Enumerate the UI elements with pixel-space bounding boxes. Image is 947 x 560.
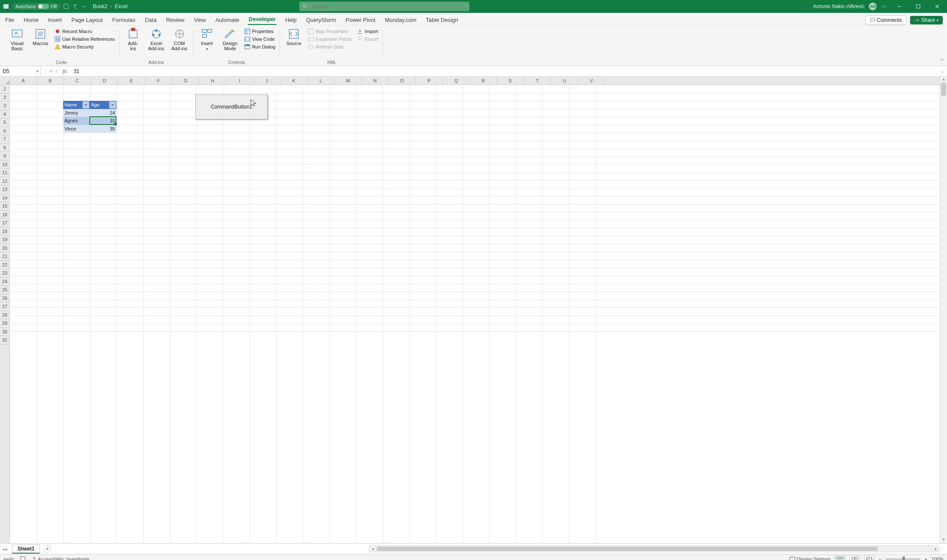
column-header[interactable]: T bbox=[524, 77, 551, 85]
row-header[interactable]: 29 bbox=[0, 319, 9, 328]
name-box[interactable]: D5▾ bbox=[0, 66, 41, 76]
user-name[interactable]: Antonio Nakic-Alfirevic bbox=[813, 3, 865, 9]
ribbon-tab-automate[interactable]: Automate bbox=[214, 15, 240, 25]
row-header[interactable]: 25 bbox=[0, 286, 9, 294]
row-header[interactable]: 19 bbox=[0, 236, 9, 244]
zoom-out-button[interactable]: − bbox=[879, 557, 881, 560]
spreadsheet-grid[interactable]: NameAgeJimmy24Agnes31Vince35CommandButto… bbox=[10, 85, 940, 543]
row-header[interactable]: 10 bbox=[0, 160, 9, 169]
use-relative-button[interactable]: Use Relative References bbox=[53, 36, 116, 42]
row-header[interactable]: 17 bbox=[0, 219, 9, 227]
scroll-right-button[interactable]: ▸ bbox=[933, 547, 939, 551]
column-header[interactable]: S bbox=[497, 77, 524, 85]
share-button[interactable]: Share ▾ bbox=[910, 16, 943, 24]
row-header[interactable]: 20 bbox=[0, 244, 9, 253]
properties-button[interactable]: Properties bbox=[243, 28, 277, 35]
ribbon-tab-power-pivot[interactable]: Power Pivot bbox=[345, 15, 376, 25]
autosave-toggle[interactable]: AutoSave Off bbox=[12, 3, 60, 10]
row-header[interactable]: 11 bbox=[0, 169, 9, 177]
hscroll-thumb[interactable] bbox=[377, 547, 878, 551]
column-header[interactable]: U bbox=[551, 77, 578, 85]
enter-formula-button[interactable]: ✓ bbox=[55, 68, 59, 74]
run-dialog-button[interactable]: Run Dialog bbox=[243, 43, 277, 50]
comments-button[interactable]: Comments bbox=[865, 15, 907, 25]
design-mode-button[interactable]: Design Mode bbox=[220, 27, 241, 51]
fx-icon[interactable]: fx bbox=[63, 68, 67, 75]
ribbon-tab-table-design[interactable]: Table Design bbox=[425, 15, 459, 25]
user-avatar[interactable]: AN bbox=[869, 3, 877, 10]
display-settings-button[interactable]: Display Settings bbox=[789, 557, 831, 560]
column-header[interactable]: B bbox=[37, 77, 64, 85]
ribbon-tab-page-layout[interactable]: Page Layout bbox=[70, 15, 104, 25]
column-header[interactable]: M bbox=[335, 77, 362, 85]
row-header[interactable]: 26 bbox=[0, 294, 9, 303]
row-header[interactable]: 15 bbox=[0, 202, 9, 211]
row-header[interactable]: 2 bbox=[0, 94, 9, 102]
row-header[interactable]: 5 bbox=[0, 118, 9, 127]
row-header[interactable]: 24 bbox=[0, 278, 9, 286]
column-header[interactable]: H bbox=[199, 77, 226, 85]
minimize-button[interactable] bbox=[892, 1, 907, 12]
maximize-button[interactable] bbox=[911, 1, 926, 12]
row-header[interactable]: 30 bbox=[0, 328, 9, 336]
search-input[interactable] bbox=[311, 3, 466, 10]
column-header[interactable]: D bbox=[91, 77, 118, 85]
column-header[interactable]: K bbox=[280, 77, 308, 85]
record-macro-button[interactable]: Record Macro bbox=[53, 28, 116, 35]
row-header[interactable]: 22 bbox=[0, 261, 9, 269]
formula-bar[interactable]: 31 bbox=[71, 68, 938, 74]
horizontal-scrollbar[interactable]: ◂ ▸ bbox=[369, 545, 939, 552]
column-header[interactable]: F bbox=[145, 77, 172, 85]
cancel-formula-button[interactable]: ✕ bbox=[49, 68, 53, 74]
ribbon-tab-insert[interactable]: Insert bbox=[47, 15, 63, 25]
select-all-corner[interactable] bbox=[0, 77, 10, 85]
table-cell[interactable]: Jimmy bbox=[63, 109, 90, 117]
column-header[interactable]: R bbox=[470, 77, 497, 85]
column-header[interactable]: E bbox=[118, 77, 145, 85]
source-button[interactable]: Source bbox=[283, 27, 304, 46]
addins-button[interactable]: Add- ins bbox=[123, 27, 143, 51]
undo-icon[interactable] bbox=[72, 3, 79, 10]
table-cell[interactable]: Agnes bbox=[63, 117, 90, 125]
scroll-thumb[interactable] bbox=[941, 83, 946, 96]
table-cell[interactable]: 31 bbox=[90, 117, 116, 125]
macros-button[interactable]: Macros bbox=[30, 27, 51, 46]
import-button[interactable]: Import bbox=[356, 28, 380, 35]
ribbon-tab-developer[interactable]: Developer bbox=[248, 14, 277, 25]
command-button[interactable]: CommandButton1 bbox=[195, 94, 268, 119]
vertical-scrollbar[interactable]: ▴ ▾ bbox=[940, 77, 947, 543]
page-layout-view-button[interactable] bbox=[850, 555, 860, 560]
ribbon-tab-help[interactable]: Help bbox=[284, 15, 298, 25]
expand-formula-bar-button[interactable]: ⌄ bbox=[938, 69, 947, 73]
column-header[interactable]: I bbox=[226, 77, 253, 85]
scroll-up-button[interactable]: ▴ bbox=[943, 77, 945, 83]
sheet-tab-active[interactable]: Sheet1 bbox=[12, 545, 40, 554]
column-header[interactable]: L bbox=[308, 77, 335, 85]
column-header[interactable]: P bbox=[416, 77, 443, 85]
table-header[interactable]: Name bbox=[63, 101, 90, 109]
column-header[interactable]: O bbox=[389, 77, 416, 85]
column-header[interactable]: A bbox=[10, 77, 37, 85]
row-header[interactable]: 21 bbox=[0, 252, 9, 261]
row-header[interactable]: 31 bbox=[0, 336, 9, 345]
ribbon-tab-home[interactable]: Home bbox=[23, 15, 40, 25]
macro-security-button[interactable]: Macro Security bbox=[53, 43, 116, 50]
save-icon[interactable] bbox=[63, 3, 70, 10]
coming-soon-icon[interactable] bbox=[881, 3, 888, 10]
zoom-level[interactable]: 100% bbox=[932, 557, 944, 560]
collapse-ribbon-button[interactable] bbox=[939, 58, 944, 64]
ribbon-tab-formulas[interactable]: Formulas bbox=[111, 15, 136, 25]
accessibility-status[interactable]: Accessibility: Investigate bbox=[32, 557, 89, 560]
next-sheet-button[interactable]: ▸ bbox=[6, 547, 8, 551]
scroll-left-button[interactable]: ◂ bbox=[370, 547, 376, 551]
column-header[interactable]: J bbox=[253, 77, 280, 85]
ribbon-tab-querystorm[interactable]: QueryStorm bbox=[305, 15, 337, 25]
table-cell[interactable]: Vince bbox=[63, 125, 90, 133]
filter-dropdown-button[interactable] bbox=[109, 101, 116, 109]
normal-view-button[interactable] bbox=[835, 555, 845, 560]
ribbon-tab-monday.com[interactable]: Monday.com bbox=[384, 15, 417, 25]
row-header[interactable]: 16 bbox=[0, 211, 9, 219]
row-header[interactable]: 14 bbox=[0, 194, 9, 203]
row-header[interactable]: 1 bbox=[0, 85, 9, 94]
row-header[interactable]: 6 bbox=[0, 127, 9, 136]
